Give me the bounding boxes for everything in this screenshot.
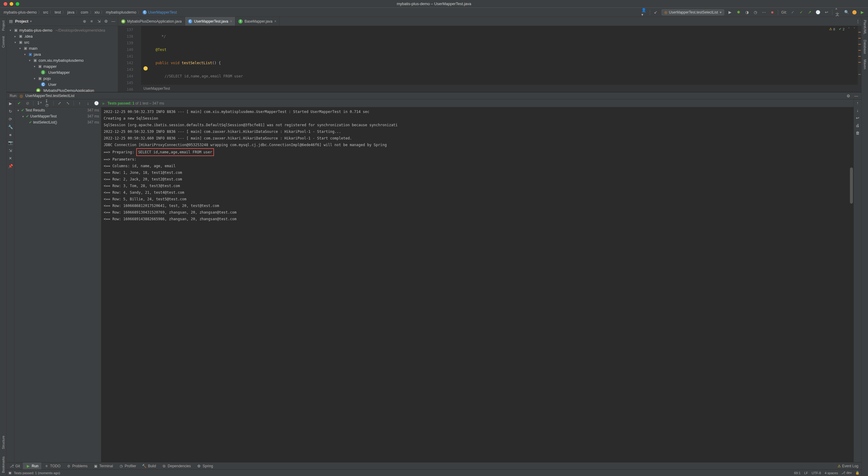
test-tree[interactable]: ▾✔Test Results347 ms ▾✔UserMapperTest347… — [14, 107, 101, 462]
debug-button[interactable]: ✱ — [736, 10, 741, 15]
prev-failed-icon[interactable]: ↑ — [77, 101, 82, 106]
vtab-maven[interactable]: Maven — [863, 58, 867, 70]
event-log[interactable]: ⚠Event Log — [838, 464, 861, 468]
maximize-window-button[interactable] — [16, 2, 19, 6]
vtab-plantuml[interactable]: PlantUML — [863, 19, 867, 36]
git-history-icon[interactable]: 🕘 — [815, 10, 821, 15]
gear-icon[interactable]: ⚙ — [103, 19, 109, 24]
breadcrumb-seg[interactable]: src — [43, 10, 48, 14]
attach-button[interactable]: ⋯ — [761, 10, 767, 15]
translate-icon[interactable]: ᴬ文 — [835, 10, 841, 15]
project-tree[interactable]: ▾▣ mybatis-plus-demo ~/Desktop/developme… — [7, 26, 118, 92]
breadcrumb-file[interactable]: C UserMapperTest — [143, 10, 177, 14]
rerun-failed-button[interactable]: ↻ — [8, 108, 13, 114]
tabs-menu-icon[interactable]: ⋮ — [854, 17, 861, 26]
git-branch[interactable]: ⎇ dev — [841, 471, 852, 475]
lock-icon[interactable]: 🔒 — [855, 471, 860, 475]
stop-button[interactable]: ■ — [770, 10, 775, 15]
breadcrumb-seg[interactable]: mybatis-plus-demo — [4, 10, 37, 14]
indent[interactable]: 4 spaces — [825, 471, 838, 475]
git-commit-icon[interactable]: ✓ — [798, 10, 804, 15]
btab-terminal[interactable]: ▣Terminal — [91, 463, 116, 469]
marker-strip[interactable] — [858, 26, 861, 85]
editor-tab[interactable]: I BaseMapper.java × — [236, 17, 280, 26]
wrench-icon[interactable]: 🔧 — [8, 124, 13, 130]
clear-icon[interactable]: 🗑 — [856, 131, 860, 135]
git-push-icon[interactable]: ↗ — [807, 10, 812, 15]
collapse-all-icon[interactable]: ⤡ — [65, 101, 70, 106]
ide-settings-icon[interactable]: ▶ — [860, 10, 865, 15]
chevron-down-icon[interactable]: ▾ — [30, 20, 32, 23]
caret-position[interactable]: 69:1 — [794, 471, 801, 475]
editor-tab-active[interactable]: C UserMapperTest.java × — [185, 17, 236, 26]
intention-bulb-icon[interactable] — [144, 66, 148, 70]
ide-avatar-icon[interactable] — [852, 10, 857, 14]
btab-todo[interactable]: ≡TODO — [41, 463, 63, 469]
breadcrumb[interactable]: mybatis-plus-demo〉 src〉 test〉 java〉 com〉… — [2, 10, 177, 15]
btab-problems[interactable]: ⊘Problems — [64, 463, 91, 469]
hide-icon[interactable]: — — [854, 93, 859, 98]
toggle-auto-test-button[interactable]: ⟳ — [8, 116, 13, 122]
close-window-button[interactable] — [4, 2, 7, 6]
editor-breadcrumb[interactable]: UserMapperTest — [118, 85, 861, 92]
next-failed-icon[interactable]: ↓ — [85, 101, 91, 106]
git-rollback-icon[interactable]: ↩ — [824, 10, 829, 15]
hide-icon[interactable]: — — [111, 19, 116, 24]
add-to-group-icon[interactable]: 👤▾ — [641, 10, 647, 15]
pin-icon[interactable]: 📌 — [8, 163, 13, 169]
stop-button[interactable]: ■ — [8, 132, 13, 137]
build-icon[interactable]: ↙ — [653, 10, 658, 15]
scroll-down-icon[interactable]: ↓ — [857, 108, 859, 113]
editor-tab[interactable]: ✿ MybatisPlusDemoApplication.java — [118, 17, 185, 26]
scroll-up-icon[interactable]: ↑ — [857, 101, 859, 105]
btab-build[interactable]: 🔨Build — [139, 463, 159, 469]
soft-wrap-icon[interactable]: ↩ — [856, 116, 859, 120]
print-icon[interactable]: 🖨 — [856, 123, 860, 128]
next-highlight-icon[interactable]: ˅ — [854, 27, 855, 31]
code-area[interactable]: */ @Test public void testSelectList() { … — [141, 26, 858, 85]
history-icon[interactable]: 🕘 — [94, 101, 99, 106]
btab-git[interactable]: ⎇Git — [7, 463, 23, 469]
rerun-button[interactable]: ▶ — [8, 101, 13, 106]
breadcrumb-seg[interactable]: java — [67, 10, 74, 14]
close-tab-icon[interactable]: × — [230, 19, 232, 24]
prev-highlight-icon[interactable]: ˄ — [848, 27, 850, 31]
minimize-window-button[interactable] — [10, 2, 13, 6]
expand-all-icon[interactable]: ⤢ — [57, 101, 62, 106]
show-passed-icon[interactable]: ✔ — [16, 101, 22, 106]
breadcrumb-seg[interactable]: xiu — [95, 10, 100, 14]
locate-icon[interactable]: ⊕ — [82, 19, 87, 24]
statusbar-icon[interactable]: ▣ — [8, 471, 11, 475]
encoding[interactable]: UTF-8 — [812, 471, 821, 475]
run-configuration-selector[interactable]: ◎ UserMapperTest.testSelectList ▾ — [661, 9, 724, 15]
inspection-widget[interactable]: ⚠8 ✔2 ˄ ˅ — [829, 27, 855, 31]
scrollbar[interactable] — [850, 167, 853, 204]
vtab-structure[interactable]: Structure — [1, 435, 6, 450]
show-ignored-icon[interactable]: ⊘ — [25, 101, 30, 106]
btab-dependencies[interactable]: ⧉Dependencies — [159, 463, 194, 469]
screenshot-icon[interactable]: 📷 — [8, 140, 13, 145]
expand-all-icon[interactable]: ≡ — [89, 19, 94, 24]
vtab-project[interactable]: Project — [1, 19, 6, 32]
vtab-database[interactable]: Database — [863, 38, 867, 55]
breadcrumb-seg[interactable]: com — [81, 10, 88, 14]
sort-alpha-down-icon[interactable]: ↧ᴬ — [36, 101, 42, 106]
run-button[interactable]: ▶ — [727, 10, 733, 15]
line-separator[interactable]: LF — [804, 471, 808, 475]
sort-duration-icon[interactable]: ↧⏱ — [45, 101, 50, 106]
console-output[interactable]: 2022-12-25 00:50:32.373 INFO 8836 --- [ … — [101, 107, 854, 462]
coverage-button[interactable]: ◑ — [744, 10, 749, 15]
editor-body[interactable]: 137 138 139 140 141 142 143 144 145 146 — [118, 26, 861, 85]
btab-profiler[interactable]: ◷Profiler — [116, 463, 139, 469]
close-tab-icon[interactable]: × — [274, 19, 276, 24]
btab-spring[interactable]: ✿Spring — [194, 463, 216, 469]
project-view-icon[interactable]: ▤ — [8, 19, 13, 24]
btab-run[interactable]: ▶Run — [23, 463, 41, 469]
search-icon[interactable]: 🔍 — [844, 10, 849, 15]
breadcrumb-seg[interactable]: test — [55, 10, 61, 14]
breadcrumb-seg[interactable]: mybatisplusdemo — [106, 10, 136, 14]
git-update-icon[interactable]: ✓ — [790, 10, 795, 15]
vtab-commit[interactable]: Commit — [1, 35, 6, 49]
close-icon[interactable]: ✕ — [8, 155, 13, 161]
profile-button[interactable]: ◷ — [752, 10, 758, 15]
